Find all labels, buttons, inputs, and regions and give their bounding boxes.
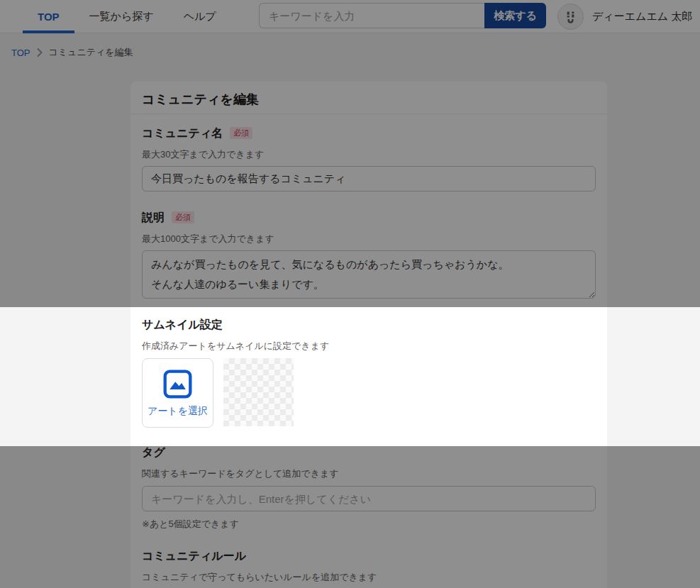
thumbnail-preview-placeholder [223,358,294,426]
thumbnail-row: アートを選択 [142,358,294,428]
thumbnail-settings-label-text: サムネイル設定 [142,318,223,331]
image-icon [162,368,194,400]
select-art-button[interactable]: アートを選択 [142,358,213,428]
thumbnail-settings-label: サムネイル設定 [142,318,223,331]
select-art-button-label: アートを選択 [148,405,208,418]
thumbnail-helper: 作成済みアートをサムネイルに設定できます [142,340,329,352]
dim-overlay-top [0,0,700,307]
dim-overlay-bottom [0,446,700,588]
community-edit-page: TOP 一覧から探す ヘルプ 検索する ディーエムエム 太郎 TOP [0,0,700,588]
